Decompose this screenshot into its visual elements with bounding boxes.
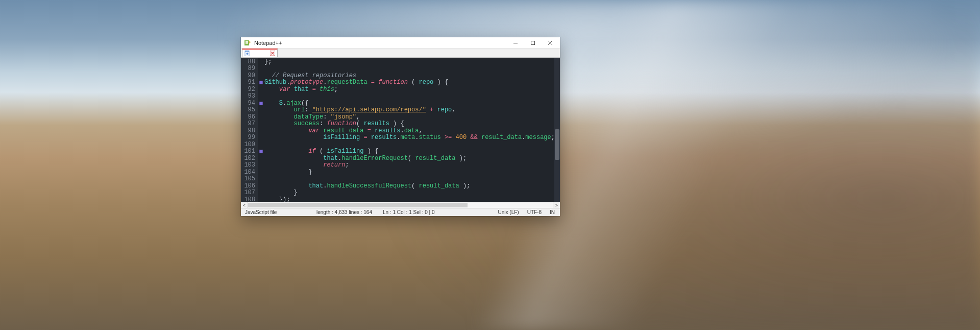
svg-rect-4	[246, 43, 248, 44]
code-line[interactable]	[264, 176, 554, 183]
status-encoding: UTF-8	[523, 209, 546, 215]
scroll-right-icon[interactable]: >	[553, 202, 560, 208]
window-title: Notepad++	[254, 40, 282, 46]
svg-rect-8	[245, 51, 249, 52]
close-button[interactable]	[542, 37, 559, 49]
line-number: 105	[243, 176, 255, 183]
line-number: 106	[243, 183, 255, 190]
line-number: 98	[243, 128, 255, 135]
minimize-button[interactable]	[507, 37, 524, 49]
line-number: 103	[243, 162, 255, 169]
line-number: 95	[243, 107, 255, 114]
svg-rect-5	[513, 43, 518, 43]
code-line[interactable]: url: "https://api.setapp.com/repos/" + r…	[264, 107, 554, 114]
svg-rect-6	[531, 41, 535, 44]
app-icon	[244, 39, 251, 46]
code-line[interactable]: if ( isFailling ) {	[264, 148, 554, 155]
fold-column	[258, 58, 263, 202]
code-line[interactable]: Github.prototype.requestData = function …	[264, 79, 554, 86]
fold-marker-icon[interactable]	[259, 81, 263, 84]
editor: 8889909192939495969798991001011021031041…	[241, 58, 560, 216]
vertical-scrollbar-thumb[interactable]	[555, 129, 559, 160]
code-area[interactable]: }; // Request repositoriesGithub.prototy…	[263, 58, 554, 202]
document-tab[interactable]	[242, 49, 278, 57]
code-line[interactable]: return;	[264, 162, 554, 169]
code-line[interactable]: };	[264, 59, 554, 66]
code-line[interactable]: dataType: "jsonp",	[264, 114, 554, 121]
maximize-button[interactable]	[524, 37, 542, 49]
code-line[interactable]: that.handleErrorRequest( result_data );	[264, 155, 554, 162]
file-icon	[244, 51, 250, 56]
code-line[interactable]: // Request repositories	[264, 73, 554, 80]
vertical-scrollbar[interactable]	[554, 58, 560, 202]
tab-close-icon[interactable]	[270, 51, 275, 56]
fold-marker-icon[interactable]	[259, 102, 263, 105]
code-line[interactable]	[264, 142, 554, 149]
line-number: 99	[243, 134, 255, 142]
line-number: 101	[243, 148, 255, 155]
line-number: 107	[243, 190, 255, 197]
status-bar: JavaScript file length : 4,633 lines : 1…	[241, 208, 560, 216]
code-line[interactable]: var that = this;	[264, 86, 554, 93]
line-number: 88	[243, 59, 255, 66]
horizontal-scrollbar-thumb[interactable]	[248, 203, 468, 207]
code-line[interactable]: }	[264, 190, 554, 197]
line-number: 94	[243, 100, 255, 107]
code-line[interactable]: isFailling = results.meta.status >= 400 …	[264, 134, 554, 142]
line-number: 102	[243, 155, 255, 162]
status-position: Ln : 1 Col : 1 Sel : 0 | 0	[379, 209, 455, 215]
status-insert-mode: IN	[546, 209, 560, 215]
status-length: length : 4,633 lines : 164	[312, 209, 379, 215]
line-number: 90	[243, 73, 255, 80]
horizontal-scroll-track[interactable]	[248, 202, 553, 208]
code-line[interactable]: });	[264, 197, 554, 202]
horizontal-scrollbar[interactable]: < >	[241, 202, 560, 208]
fold-marker-icon[interactable]	[259, 150, 263, 153]
line-number: 93	[243, 93, 255, 100]
code-line[interactable]: $.ajax({	[264, 100, 554, 107]
status-filetype: JavaScript file	[241, 209, 312, 215]
status-eol: Unix (LF)	[494, 209, 523, 215]
svg-rect-3	[246, 42, 248, 43]
svg-point-9	[247, 53, 249, 55]
line-number: 89	[243, 65, 255, 73]
code-line[interactable]	[264, 65, 554, 73]
tab-bar	[241, 49, 560, 58]
line-number: 92	[243, 86, 255, 93]
titlebar[interactable]: Notepad++	[241, 37, 560, 49]
line-number: 97	[243, 121, 255, 128]
code-line[interactable]: }	[264, 169, 554, 176]
code-line[interactable]	[264, 93, 554, 100]
svg-rect-2	[246, 41, 248, 42]
code-line[interactable]: var result_data = results.data,	[264, 128, 554, 135]
code-line[interactable]: success: function( results ) {	[264, 121, 554, 128]
line-number: 104	[243, 169, 255, 176]
line-number: 96	[243, 114, 255, 121]
code-line[interactable]: that.handleSuccessfulRequest( result_dat…	[264, 183, 554, 190]
line-number: 91	[243, 79, 255, 86]
line-number-gutter: 8889909192939495969798991001011021031041…	[241, 58, 258, 202]
notepad-window: Notepad++	[241, 37, 560, 216]
line-number: 100	[243, 142, 255, 149]
